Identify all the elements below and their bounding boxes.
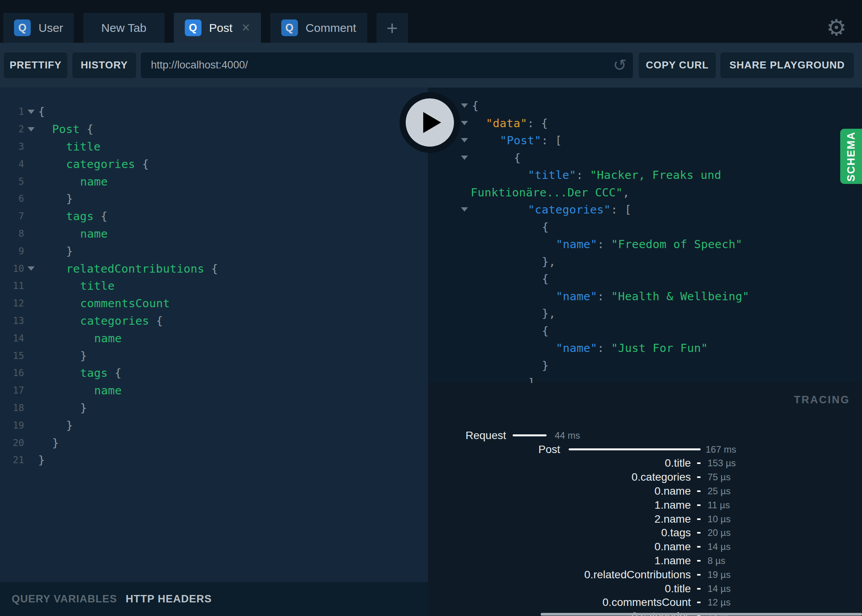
line-number: 2 bbox=[0, 124, 24, 135]
tracing-value: 12 µs bbox=[708, 597, 731, 608]
execute-query-button[interactable] bbox=[399, 92, 460, 153]
fold-arrow-icon[interactable] bbox=[24, 266, 38, 271]
settings-gear-icon[interactable]: ⚙ bbox=[826, 16, 846, 39]
fold-arrow-icon[interactable] bbox=[461, 207, 468, 212]
fold-arrow-icon[interactable] bbox=[461, 121, 468, 125]
response-line: ] bbox=[428, 374, 862, 383]
tracing-rows: Request44 msPost167 ms0.title153 µs0.cat… bbox=[428, 429, 862, 616]
editor-line: 6} bbox=[0, 190, 428, 208]
token: { bbox=[80, 122, 94, 136]
token: name bbox=[94, 384, 122, 397]
editor-line: 17name bbox=[0, 382, 428, 399]
query-editor-pane[interactable]: 1{2Post {3title4categories {5name6}7tags… bbox=[0, 88, 428, 616]
tracing-dash bbox=[697, 532, 701, 534]
code-text: { bbox=[472, 99, 479, 112]
fold-arrow-icon[interactable] bbox=[24, 110, 38, 114]
response-line: "name": "Health & Wellbeing" bbox=[428, 288, 862, 305]
result-pane: {"data": {"Post": [{"title": "Hacker, Fr… bbox=[428, 88, 862, 616]
response-line: "categories": [ bbox=[428, 201, 862, 219]
tracing-title: TRACING bbox=[794, 394, 850, 406]
chevron-down-icon bbox=[28, 127, 35, 131]
tracing-dash bbox=[697, 518, 701, 520]
history-button[interactable]: HISTORY bbox=[72, 52, 136, 78]
tab-post[interactable]: QPost× bbox=[174, 13, 261, 43]
tab-user[interactable]: QUser bbox=[3, 13, 74, 43]
line-number: 3 bbox=[0, 141, 24, 152]
code-text: ] bbox=[528, 376, 535, 383]
tracing-value: 44 ms bbox=[555, 430, 580, 441]
token: { bbox=[135, 158, 149, 171]
token: "data" bbox=[486, 117, 527, 130]
code-text: }, bbox=[542, 255, 556, 268]
endpoint-url-input[interactable]: http://localhost:4000/ ↺ bbox=[141, 52, 633, 78]
tracing-label: 0.name bbox=[655, 541, 691, 553]
add-tab-button[interactable]: + bbox=[377, 13, 408, 43]
line-number: 15 bbox=[0, 350, 24, 361]
token: name bbox=[80, 227, 108, 240]
token: : bbox=[597, 341, 611, 355]
fold-arrow-icon[interactable] bbox=[24, 127, 38, 131]
token: { bbox=[38, 105, 45, 118]
token: commentsCount bbox=[80, 297, 170, 310]
tab-comment[interactable]: QComment bbox=[270, 13, 367, 43]
tracing-row: 0.title153 µs bbox=[428, 457, 862, 471]
code-text: { bbox=[542, 272, 549, 285]
token: } bbox=[66, 192, 73, 205]
token: "Post" bbox=[500, 134, 541, 147]
tracing-value: 153 µs bbox=[708, 458, 736, 469]
close-tab-icon[interactable]: × bbox=[242, 22, 250, 33]
token: ] bbox=[528, 376, 535, 383]
fold-arrow-icon[interactable] bbox=[461, 103, 468, 108]
code-text: } bbox=[38, 436, 59, 450]
token: } bbox=[66, 419, 73, 432]
horizontal-scrollbar[interactable] bbox=[541, 613, 862, 616]
code-text: } bbox=[38, 192, 73, 205]
tracing-row: 2.name10 µs bbox=[428, 512, 862, 526]
code-text: name bbox=[38, 175, 108, 188]
token: : bbox=[576, 168, 590, 182]
fold-arrow-icon[interactable] bbox=[461, 138, 468, 142]
query-badge: Q bbox=[185, 19, 201, 36]
code-text: } bbox=[38, 453, 45, 467]
token: { bbox=[149, 314, 163, 327]
token: { bbox=[108, 366, 122, 380]
schema-sidebar-tab[interactable]: SCHEMA bbox=[840, 129, 862, 184]
line-number: 7 bbox=[0, 211, 24, 222]
line-number: 18 bbox=[0, 402, 24, 413]
editor-line: 4categories { bbox=[0, 155, 428, 173]
tracing-row: 0.relatedContributions19 µs bbox=[428, 568, 862, 582]
prettify-button[interactable]: PRETTIFY bbox=[4, 52, 67, 78]
code-text: "data": { bbox=[486, 117, 548, 130]
token: categories bbox=[80, 314, 149, 327]
http-headers-tab[interactable]: HTTP HEADERS bbox=[126, 593, 212, 605]
line-number: 21 bbox=[0, 455, 24, 466]
code-text: title bbox=[38, 279, 115, 292]
tracing-row: 0.tags20 µs bbox=[428, 526, 862, 540]
reload-schema-icon[interactable]: ↺ bbox=[613, 55, 627, 74]
tracing-dash bbox=[697, 490, 701, 492]
fold-arrow-icon[interactable] bbox=[461, 156, 468, 160]
editor-line: 11title bbox=[0, 277, 428, 295]
editor-line: 3title bbox=[0, 138, 428, 156]
tab-list: QUserNew TabQPost×QComment bbox=[3, 13, 377, 43]
code-text: "name": "Freedom of Speech" bbox=[556, 238, 743, 251]
code-text: Funktionäre...Der CCC", bbox=[471, 186, 629, 199]
token: { bbox=[94, 210, 108, 223]
line-number: 11 bbox=[0, 280, 24, 291]
tracing-label: 0.title bbox=[665, 457, 691, 469]
token: "name" bbox=[556, 290, 597, 303]
tab-label: User bbox=[39, 21, 63, 35]
query-variables-tab[interactable]: QUERY VARIABLES bbox=[12, 593, 117, 605]
schema-tab-label: SCHEMA bbox=[845, 131, 857, 181]
tracing-row: 0.categories75 µs bbox=[428, 470, 862, 484]
query-editor[interactable]: 1{2Post {3title4categories {5name6}7tags… bbox=[0, 88, 428, 582]
response-line: { bbox=[428, 97, 862, 115]
share-playground-button[interactable]: SHARE PLAYGROUND bbox=[720, 52, 854, 78]
code-text: } bbox=[542, 359, 549, 372]
tracing-label: 1.name bbox=[655, 499, 691, 511]
token: } bbox=[38, 453, 45, 467]
token: }, bbox=[542, 307, 556, 320]
copy-curl-button[interactable]: COPY CURL bbox=[639, 52, 716, 78]
tab-new-tab[interactable]: New Tab bbox=[83, 13, 164, 43]
line-number: 10 bbox=[0, 263, 24, 274]
